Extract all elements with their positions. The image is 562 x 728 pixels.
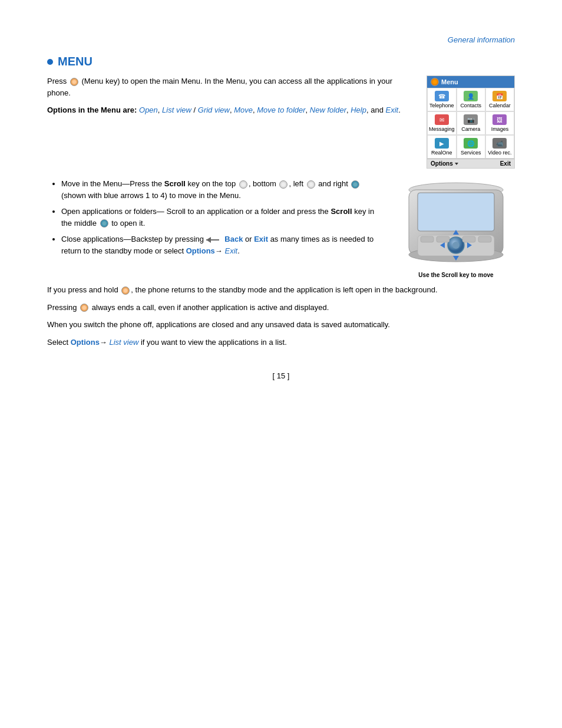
page-number: [ 15 ] — [47, 371, 515, 380]
menu-cell-realone: ▶ RealOne — [427, 135, 457, 159]
options-label: Options — [431, 160, 453, 167]
option-listview: List view — [162, 106, 191, 114]
back-arrow-icon — [206, 237, 223, 243]
realone-icon: ▶ — [435, 138, 449, 149]
menu-cell-contacts: 👤 Contacts — [457, 88, 485, 111]
options-label-2: Options — [186, 246, 215, 255]
phone-svg — [400, 178, 512, 269]
videorec-icon: 📹 — [492, 138, 507, 149]
section-title-text: General information — [448, 35, 515, 44]
exit-label: Exit — [254, 235, 268, 243]
options-label-3: Options — [71, 338, 100, 347]
back-label: Back — [224, 235, 243, 243]
bullet-move: Move in the Menu—Press the Scroll key on… — [61, 178, 385, 201]
top-scroll-icon — [239, 180, 247, 189]
options-button: Options — [431, 160, 458, 167]
exit-italic: Exit — [224, 246, 237, 255]
camera-label: Camera — [458, 126, 484, 132]
menu-screenshot-area: Menu ☎ Telephone 👤 Contacts 📅 Calendar — [427, 75, 515, 169]
menu-screenshot: Menu ☎ Telephone 👤 Contacts 📅 Calendar — [427, 75, 515, 169]
end-call-icon — [80, 304, 88, 312]
calendar-label: Calendar — [487, 103, 513, 108]
menu-logo-icon — [431, 78, 439, 86]
middle-section: Move in the Menu—Press the Scroll key on… — [47, 178, 515, 278]
option-newfolder: New folder — [310, 106, 346, 114]
menu-cell-camera: 📷 Camera — [457, 111, 485, 135]
intro-text-1: (Menu key) to open the main Menu. In the… — [47, 77, 392, 97]
messaging-label: Messaging — [429, 126, 455, 132]
menu-key-icon — [70, 78, 78, 86]
calendar-icon: 📅 — [492, 91, 507, 101]
menu-cell-services: 🌐 Services — [457, 135, 485, 159]
menu-bar-title: Menu — [441, 78, 458, 85]
contacts-label: Contacts — [458, 103, 484, 108]
images-label: Images — [487, 126, 513, 132]
intro-paragraph: Press (Menu key) to open the main Menu. … — [47, 75, 412, 98]
bullets-list: Move in the Menu—Press the Scroll key on… — [61, 178, 385, 256]
bullet-close: Close applications—Backstep by pressing … — [61, 233, 385, 256]
contacts-icon: 👤 — [464, 91, 478, 101]
camera-icon: 📷 — [464, 114, 478, 125]
option-exit: Exit — [385, 106, 398, 114]
intro-area: Press (Menu key) to open the main Menu. … — [47, 75, 515, 169]
right-scroll-icon — [351, 180, 359, 189]
telephone-icon: ☎ — [435, 91, 449, 101]
svg-rect-13 — [462, 236, 475, 242]
section-header: General information — [47, 35, 515, 44]
option-open: Open — [139, 106, 158, 114]
option-move: Move — [234, 106, 253, 114]
menu-cell-telephone: ☎ Telephone — [427, 88, 457, 111]
svg-rect-11 — [421, 236, 434, 242]
intro-text-area: Press (Menu key) to open the main Menu. … — [47, 75, 412, 169]
option-help: Help — [351, 106, 366, 114]
footer-para-2: Pressing always ends a call, even if ano… — [47, 302, 515, 314]
menu-grid: ☎ Telephone 👤 Contacts 📅 Calendar ✉ Mess… — [427, 88, 514, 159]
menu-cell-messaging: ✉ Messaging — [427, 111, 457, 135]
page: General information MENU Press (Menu key… — [0, 0, 562, 728]
bottom-scroll-icon — [279, 180, 287, 189]
middle-scroll-icon — [100, 219, 108, 228]
option-gridview: Grid view — [198, 106, 230, 114]
services-icon: 🌐 — [464, 138, 478, 149]
bullet-icon — [47, 59, 53, 65]
menu-heading: MENU — [47, 55, 515, 68]
scroll-key-caption: Use the Scroll key to move — [418, 272, 493, 278]
list-view-link: List view — [109, 338, 138, 347]
menu-title: MENU — [58, 55, 92, 68]
menu-cell-calendar: 📅 Calendar — [485, 88, 514, 111]
exit-button: Exit — [500, 160, 511, 167]
scroll-bold-2: Scroll — [330, 207, 352, 216]
svg-rect-14 — [478, 236, 491, 242]
bullet-points-area: Move in the Menu—Press the Scroll key on… — [47, 178, 385, 278]
menu-cell-videorec: 📹 Video rec. — [485, 135, 514, 159]
footer-para-1: If you press and hold , the phone return… — [47, 284, 515, 296]
hold-key-icon — [121, 286, 130, 295]
svg-rect-12 — [437, 236, 449, 242]
footer-para-4: Select Options→ List view if you want to… — [47, 337, 515, 348]
menu-bottom-bar: Options Exit — [427, 159, 514, 168]
svg-point-6 — [452, 242, 459, 249]
menu-title-bar: Menu — [427, 76, 514, 88]
svg-rect-3 — [418, 193, 494, 231]
telephone-label: Telephone — [429, 103, 455, 108]
videorec-label: Video rec. — [487, 150, 513, 156]
realone-label: RealOne — [429, 150, 455, 156]
menu-cell-images: 🖼 Images — [485, 111, 514, 135]
footer-para-3: When you switch the phone off, applicati… — [47, 319, 515, 331]
options-label-paragraph: Options in the Menu are: Open, List view… — [47, 104, 412, 116]
options-label: Options in the Menu are: — [47, 106, 139, 114]
left-scroll-icon — [307, 180, 315, 189]
services-label: Services — [458, 150, 484, 156]
phone-illustration-area: Use the Scroll key to move — [397, 178, 515, 278]
options-arrow-icon — [455, 163, 458, 165]
scroll-bold-1: Scroll — [164, 179, 186, 188]
option-movetofolder: Move to folder — [257, 106, 305, 114]
images-icon: 🖼 — [492, 114, 507, 125]
messaging-icon: ✉ — [435, 114, 449, 125]
bullet-open: Open applications or folders— Scroll to … — [61, 206, 385, 229]
